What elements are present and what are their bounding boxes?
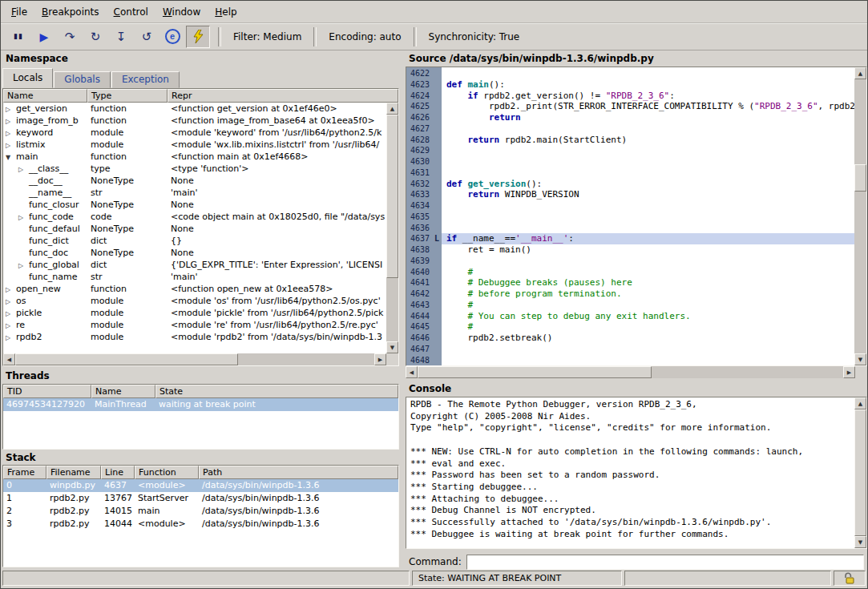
namespace-vscrollbar[interactable]: ▲ ▼ [386, 103, 398, 353]
code-line[interactable]: 4628 return rpdb2.main(StartClient) [406, 135, 854, 146]
expander-icon[interactable]: ▷ [18, 260, 29, 271]
scroll-left-icon[interactable]: ◀ [406, 366, 418, 378]
table-row[interactable]: ▷get_versionfunction<function get_versio… [3, 103, 386, 115]
table-row[interactable]: ▷listmixmodule<module 'wx.lib.mixins.lis… [3, 139, 386, 151]
table-row[interactable]: func_dictdict{} [3, 235, 386, 247]
table-row[interactable]: ▷osmodule<module 'os' from '/usr/lib64/p… [3, 295, 386, 307]
code-line[interactable]: 4627 [406, 123, 854, 135]
scrollbar-thumb[interactable] [854, 409, 866, 536]
table-row[interactable]: ▷rpdb2module<module 'rpdb2' from '/data/… [3, 331, 386, 343]
code-line[interactable]: 4624 if rpdb2.get_version() != "RPDB_2_3… [406, 91, 854, 102]
table-row[interactable]: func_namestr'main' [3, 271, 386, 283]
command-input[interactable] [466, 555, 864, 570]
code-line[interactable]: 4634 [406, 200, 854, 212]
code-line[interactable]: 4647 [406, 344, 854, 355]
column-header[interactable]: Filename [46, 466, 101, 479]
menu-help[interactable]: Help [208, 3, 244, 21]
table-row[interactable]: ▷open_newfunction<function open_new at 0… [3, 283, 386, 295]
scroll-up-icon[interactable]: ▲ [854, 397, 866, 409]
column-header[interactable]: Line [101, 466, 135, 479]
expander-icon[interactable]: ▷ [6, 308, 16, 319]
source-vscrollbar[interactable]: ▲ ▼ [854, 67, 866, 365]
table-row[interactable]: ▼mainfunction<function main at 0x1ef4668… [3, 151, 386, 163]
expander-icon[interactable]: ▷ [18, 163, 29, 175]
table-row[interactable]: 46974534127920MainThreadwaiting at break… [3, 398, 398, 411]
menu-control[interactable]: Control [107, 3, 155, 21]
column-header[interactable]: Path [199, 466, 398, 479]
scrollbar-thumb[interactable] [854, 164, 866, 192]
column-header[interactable]: Type [87, 89, 168, 103]
column-header[interactable]: Repr [168, 89, 398, 103]
code-line[interactable]: 4631 [406, 167, 854, 179]
scroll-up-icon[interactable]: ▲ [854, 67, 866, 79]
step-button[interactable]: ↻ [83, 26, 107, 48]
go-button[interactable]: ▶ [32, 26, 56, 48]
code-line[interactable]: 4629 [406, 145, 854, 156]
break-button[interactable]: ▮▮ [6, 26, 30, 48]
table-row[interactable]: func_closurNoneTypeNone [3, 199, 386, 211]
expander-icon[interactable]: ▷ [6, 139, 16, 151]
menu-breakpoints[interactable]: Breakpoints [34, 3, 106, 21]
code-line[interactable]: 4644 # You can step to debug any exit ha… [406, 311, 854, 322]
scroll-right-icon[interactable]: ▶ [374, 353, 386, 365]
scroll-left-icon[interactable]: ◀ [3, 353, 15, 365]
table-row[interactable]: ▷picklemodule<module 'pickle' from '/usr… [3, 307, 386, 319]
code-line[interactable]: 4633 return WINPDB_VERSION [406, 189, 854, 200]
code-line[interactable]: 4622 [406, 68, 854, 79]
expander-icon[interactable]: ▷ [6, 103, 16, 115]
code-line[interactable]: 4646 rpdb2.setbreak() [406, 333, 854, 344]
tab-globals[interactable]: Globals [54, 71, 111, 88]
scrollbar-thumb[interactable] [15, 353, 238, 365]
table-row[interactable]: 0winpdb.py4637<module>/data/sys/bin/winp… [3, 479, 398, 492]
goto-button[interactable]: ↺ [135, 26, 159, 48]
table-row[interactable]: __name__str'main' [3, 187, 386, 199]
expander-icon[interactable]: ▷ [6, 284, 16, 295]
sync-toggle[interactable] [186, 26, 210, 48]
scrollbar-trough[interactable] [854, 79, 866, 353]
table-row[interactable]: __doc__NoneTypeNone [3, 175, 386, 187]
expander-icon[interactable]: ▷ [6, 296, 16, 307]
scrollbar-trough[interactable] [386, 115, 398, 341]
menu-file[interactable]: File [4, 3, 34, 21]
table-row[interactable]: 2rpdb2.py14015main/data/sys/bin/winpdb-1… [3, 505, 398, 518]
scroll-down-icon[interactable]: ▼ [386, 341, 398, 353]
code-line[interactable]: 4626 return [406, 112, 854, 123]
source-hscrollbar[interactable]: ◀ ▶ [406, 366, 855, 378]
namespace-hscrollbar[interactable]: ◀ ▶ [3, 353, 386, 365]
code-line[interactable]: 4632def get_version(): [406, 179, 854, 190]
table-row[interactable]: ▷remodule<module 're' from '/usr/lib64/p… [3, 319, 386, 331]
scrollbar-thumb[interactable] [386, 115, 398, 278]
next-button[interactable]: ↷ [58, 26, 82, 48]
expander-icon[interactable]: ▷ [6, 127, 16, 139]
table-row[interactable]: ▷func_codecode<code object main at 0x180… [3, 211, 386, 223]
table-row[interactable]: ▷keywordmodule<module 'keyword' from '/u… [3, 127, 386, 139]
code-line[interactable]: 4640 # [406, 267, 854, 278]
code-line[interactable]: 4642 # before program termination. [406, 288, 854, 300]
scrollbar-trough[interactable] [15, 353, 374, 365]
code-line[interactable]: 4648 [406, 355, 854, 366]
table-row[interactable]: ▷__class__type<type 'function'> [3, 163, 386, 175]
encrypted-toggle[interactable]: e [160, 26, 184, 48]
tab-locals[interactable]: Locals [2, 68, 53, 88]
expander-icon[interactable]: ▷ [6, 320, 16, 331]
code-line[interactable]: 4630 [406, 156, 854, 167]
expander-icon[interactable]: ▷ [6, 115, 16, 127]
code-line[interactable]: 4637Lif __name__=='__main__': [406, 233, 854, 244]
column-header[interactable]: TID [3, 385, 91, 398]
column-header[interactable]: Frame [3, 466, 46, 479]
code-line[interactable]: 4639 [406, 256, 854, 267]
table-row[interactable]: ▷image_from_bfunction<function image_fro… [3, 115, 386, 127]
expander-icon[interactable]: ▼ [6, 151, 16, 163]
scroll-up-icon[interactable]: ▲ [386, 103, 398, 115]
scrollbar-trough[interactable] [418, 366, 843, 378]
code-line[interactable]: 4638 ret = main() [406, 244, 854, 256]
code-line[interactable]: 4635 [406, 212, 854, 223]
code-line[interactable]: 4645 # [406, 321, 854, 333]
scroll-down-icon[interactable]: ▼ [854, 353, 866, 365]
scroll-down-icon[interactable]: ▼ [854, 536, 866, 548]
return-button[interactable]: ↧ [109, 26, 133, 48]
scroll-right-icon[interactable]: ▶ [843, 366, 855, 378]
table-row[interactable]: ▷func_globaldict{'DLG_EXPR_TITLE': 'Ente… [3, 259, 386, 271]
source-view[interactable]: 4622 4623def main():4624 if rpdb2.get_ve… [406, 67, 867, 366]
scrollbar-trough[interactable] [854, 409, 866, 536]
